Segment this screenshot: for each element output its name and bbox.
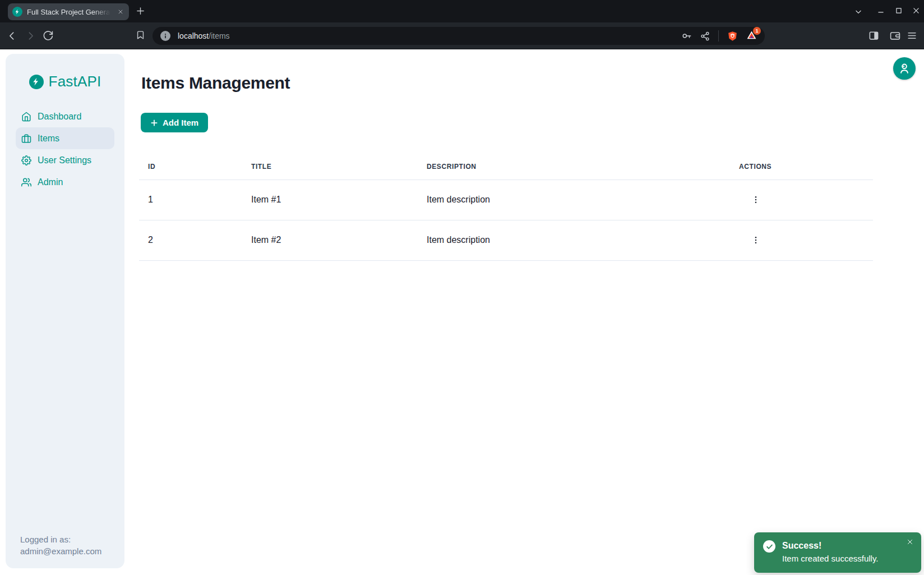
cell-actions [730,180,873,220]
add-item-button-label: Add Item [163,118,198,127]
menu-hamburger-icon[interactable] [907,30,917,41]
wallet-icon[interactable] [890,30,900,41]
url-path: /items [209,31,229,40]
tab-close-icon[interactable] [117,8,124,16]
logged-in-label: Logged in as: [20,533,101,545]
browser-titlebar: Full Stack Project Genera [0,0,924,22]
cell-id: 1 [139,180,242,220]
gear-icon [21,155,31,165]
window-minimize-icon[interactable] [877,7,885,15]
column-header-description: DESCRIPTION [418,149,730,180]
site-info-icon[interactable] [160,31,170,41]
sidebar-item-user-settings[interactable]: User Settings [16,149,114,171]
toast-close-icon[interactable] [905,537,914,546]
users-icon [21,177,31,187]
home-icon [21,112,31,122]
briefcase-icon [21,134,31,144]
column-header-title: TITLE [242,149,418,180]
vertical-dots-icon [751,236,760,245]
sidebar-item-dashboard[interactable]: Dashboard [16,105,114,127]
toolbar-separator [718,30,719,42]
reload-icon[interactable] [43,30,53,41]
table-row: 1 Item #1 Item description [139,180,873,220]
cell-description: Item description [418,220,730,260]
sidebar-item-label: Items [38,134,59,144]
new-tab-button[interactable] [136,6,145,16]
add-item-button[interactable]: Add Item [141,113,208,132]
browser-toolbar: localhost/items 1 [0,22,924,49]
cell-id: 2 [139,220,242,260]
sidebar-item-items[interactable]: Items [16,127,114,149]
fastapi-logo: FastAPI [6,73,124,90]
back-icon[interactable] [7,30,18,42]
vertical-dots-icon [751,195,760,204]
sidebar-item-label: User Settings [38,155,91,165]
window-maximize-icon[interactable] [895,7,903,15]
user-avatar-icon [898,62,911,75]
url-bar[interactable]: localhost/items 1 [153,27,765,45]
logged-in-info: Logged in as: admin@example.com [20,533,101,557]
window-close-icon[interactable] [912,7,920,15]
cell-title: Item #1 [242,180,418,220]
share-icon[interactable] [700,31,710,41]
fastapi-logo-text: FastAPI [49,73,101,90]
items-table: ID TITLE DESCRIPTION ACTIONS 1 Item #1 I… [139,149,873,261]
cell-actions [730,220,873,260]
sidebar: FastAPI Dashboard Items User Settings [6,54,124,568]
app-page: FastAPI Dashboard Items User Settings [0,49,924,575]
fastapi-logo-icon [29,75,44,89]
check-circle-icon [763,540,775,553]
bookmark-icon[interactable] [136,30,145,40]
password-key-icon[interactable] [682,31,692,41]
sidebar-nav: Dashboard Items User Settings Admin [6,105,124,193]
plus-icon [150,119,158,127]
cell-description: Item description [418,180,730,220]
page-title: Items Management [141,73,873,93]
browser-tab[interactable]: Full Stack Project Genera [8,3,129,20]
fastapi-favicon-icon [12,7,22,17]
tab-title: Full Stack Project Genera [27,8,112,16]
url-host: localhost [178,31,209,40]
tab-search-icon[interactable] [854,8,862,16]
row-actions-menu-button[interactable] [748,192,764,208]
row-actions-menu-button[interactable] [748,232,764,248]
table-header-row: ID TITLE DESCRIPTION ACTIONS [139,149,873,180]
cell-title: Item #2 [242,220,418,260]
sidebar-toggle-icon[interactable] [868,30,879,41]
column-header-actions: ACTIONS [730,149,873,180]
forward-icon[interactable] [25,30,36,42]
sidebar-item-label: Admin [38,177,63,187]
success-toast: Success! Item created successfully. [754,532,921,573]
sidebar-item-admin[interactable]: Admin [16,171,114,193]
brave-shield-icon[interactable] [727,31,738,42]
logged-in-email: admin@example.com [20,545,101,557]
main-content: Items Management Add Item ID TITLE DESCR… [139,49,873,261]
table-row: 2 Item #2 Item description [139,220,873,260]
column-header-id: ID [139,149,242,180]
toast-title: Success! [782,540,878,552]
toast-message: Item created successfully. [782,552,878,565]
rewards-badge: 1 [753,27,761,35]
sidebar-item-label: Dashboard [38,112,81,122]
url-text: localhost/items [178,31,230,40]
user-menu-button[interactable] [893,57,916,80]
